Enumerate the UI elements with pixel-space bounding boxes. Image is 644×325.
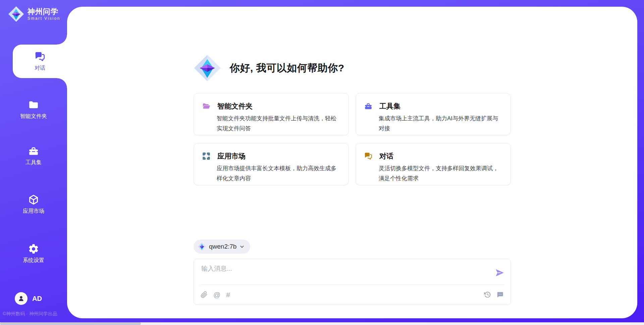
chevron-down-icon [239, 244, 245, 250]
history-icon[interactable] [484, 291, 491, 298]
folder-open-icon [202, 102, 211, 111]
attach-icon[interactable] [201, 291, 208, 298]
card-title: 智能文件夹 [217, 102, 253, 111]
sidebar-item-label: 应用市场 [23, 208, 44, 215]
brand-name: 神州问学 [28, 7, 60, 16]
greeting-title: 你好, 我可以如何帮助你? [230, 61, 344, 75]
cube-icon [28, 194, 39, 205]
user-profile[interactable]: AD [15, 292, 42, 305]
brand-logo: 神州问学 Smart Vision [8, 6, 60, 22]
horizontal-scrollbar[interactable] [0, 322, 644, 325]
card-description: 智能文件夹功能支持批量文件上传与清洗，轻松实现文件问答 [217, 114, 340, 134]
feature-cards: 智能文件夹 智能文件夹功能支持批量文件上传与清洗，轻松实现文件问答 [194, 93, 511, 185]
mention-icon[interactable]: @ [213, 291, 220, 298]
gear-icon [28, 243, 39, 255]
sidebar-item-toolset[interactable]: 工具集 [0, 144, 67, 168]
card-title: 对话 [379, 151, 393, 161]
send-icon [495, 268, 505, 278]
card-app-market[interactable]: 应用市场 应用市场提供丰富长文本模板，助力高效生成多样化文章内容 [194, 143, 349, 185]
sidebar-nav: 对话 智能文件夹 工具集 应用市场 [0, 45, 67, 265]
greeting: 你好, 我可以如何帮助你? [194, 7, 511, 82]
chat-icon [364, 152, 373, 160]
person-icon [17, 295, 25, 303]
hashtag-icon[interactable]: # [226, 291, 230, 298]
toolbox-icon [28, 145, 39, 157]
sidebar-item-smart-folder[interactable]: 智能文件夹 [0, 98, 67, 121]
user-initials: AD [32, 295, 42, 303]
folder-icon [28, 99, 39, 111]
sidebar-item-label: 系统设置 [23, 257, 44, 264]
sidebar-item-app-market[interactable]: 应用市场 [0, 193, 67, 216]
sidebar-item-label: 智能文件夹 [20, 113, 47, 120]
brand-diamond-icon [198, 242, 206, 251]
model-selector[interactable]: qwen2:7b [194, 240, 250, 254]
brand-subtitle: Smart Vision [28, 16, 60, 21]
card-description: 集成市场上主流工具，助力AI与外界无缝扩展与对接 [379, 114, 502, 134]
card-toolset[interactable]: 工具集 集成市场上主流工具，助力AI与外界无缝扩展与对接 [356, 93, 511, 135]
scrollbar-thumb[interactable] [0, 322, 141, 325]
brand-diamond-icon [194, 54, 221, 82]
model-name: qwen2:7b [209, 243, 236, 250]
card-description: 应用市场提供丰富长文本模板，助力高效生成多样化文章内容 [217, 164, 340, 184]
card-title: 应用市场 [217, 151, 246, 161]
brand-text: 神州问学 Smart Vision [28, 7, 60, 20]
sidebar-item-label: 对话 [35, 65, 45, 72]
sidebar: 神州问学 Smart Vision 对话 智能文件夹 [0, 0, 67, 325]
toolbox-icon [364, 102, 373, 111]
send-button[interactable] [494, 268, 505, 278]
avatar [15, 292, 28, 305]
sidebar-footer: ©神州数码 · 神州问学出品 [3, 311, 70, 317]
sidebar-item-settings[interactable]: 系统设置 [0, 242, 67, 265]
sidebar-item-chat[interactable]: 对话 [13, 45, 67, 78]
message-input[interactable] [201, 264, 487, 282]
chat-icon [34, 51, 46, 62]
sidebar-item-label: 工具集 [25, 159, 42, 166]
brand-diamond-icon [8, 6, 24, 22]
message-composer: @ # [194, 259, 511, 305]
composer-toolbar: @ # [194, 284, 511, 305]
chat-square-icon[interactable] [496, 291, 504, 299]
main-panel: 你好, 我可以如何帮助你? 智能文件夹 智能文件夹功能支持批量文件上传与清洗，轻… [67, 7, 637, 318]
modules-icon [202, 152, 211, 160]
card-chat[interactable]: 对话 灵活切换多模型文件，支持多样回复效果调试，满足个性化需求 [356, 143, 511, 185]
card-smart-folder[interactable]: 智能文件夹 智能文件夹功能支持批量文件上传与清洗，轻松实现文件问答 [194, 93, 349, 135]
card-description: 灵活切换多模型文件，支持多样回复效果调试，满足个性化需求 [379, 164, 502, 184]
card-title: 工具集 [379, 102, 400, 111]
